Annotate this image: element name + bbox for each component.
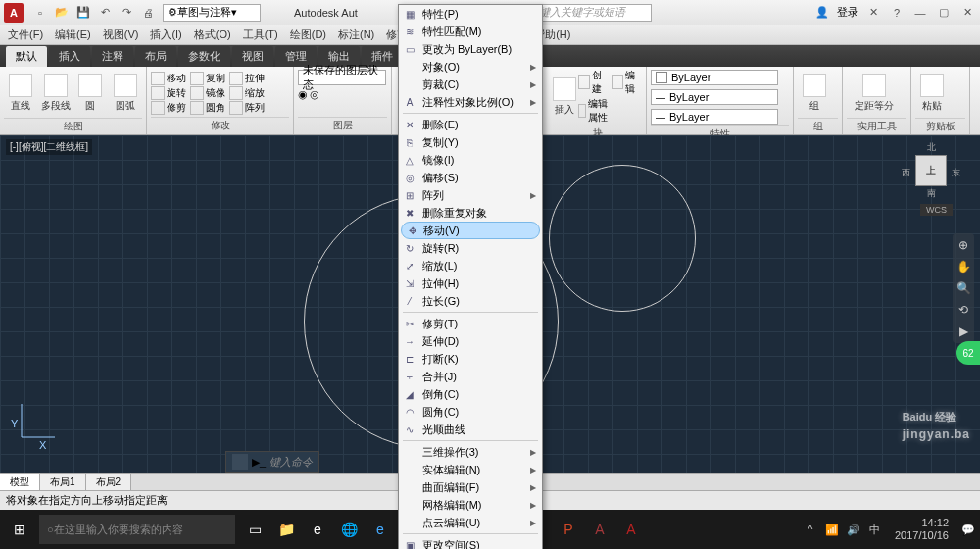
context-menu-item[interactable]: ◎偏移(S) <box>399 169 542 186</box>
context-menu-item[interactable]: 剪裁(C) <box>399 75 542 93</box>
context-menu-item[interactable]: A注释性对象比例(O) <box>399 93 542 111</box>
layer-icon[interactable]: ◉ <box>298 88 308 101</box>
tray-up-icon[interactable]: ^ <box>803 522 818 537</box>
layout-tab[interactable]: 模型 <box>0 474 40 491</box>
context-menu-item[interactable]: ⤢缩放(L) <box>399 257 542 274</box>
context-menu-item[interactable]: ⫟合并(J) <box>399 368 542 385</box>
context-menu-item[interactable]: ≋特性匹配(M) <box>399 23 542 40</box>
modify-tool[interactable]: 圆角 <box>190 101 225 115</box>
context-menu-item[interactable]: ▦特性(P) <box>399 5 542 23</box>
context-menu-item[interactable]: 网格编辑(M) <box>399 496 542 514</box>
ribbon-tab[interactable]: 布局 <box>135 46 176 67</box>
paste-button[interactable]: 粘贴 <box>915 69 949 118</box>
context-menu-item[interactable]: 点云编辑(U) <box>399 514 542 531</box>
ribbon-tab[interactable]: 视图 <box>232 46 273 67</box>
task-view-icon[interactable]: ▭ <box>239 515 270 544</box>
tray-vol-icon[interactable]: 🔊 <box>846 522 861 537</box>
layer-state-dropdown[interactable]: 未保存的图层状态 <box>298 70 386 85</box>
draw-tool-button[interactable]: 圆 <box>74 69 108 118</box>
app-edge2-icon[interactable]: e <box>365 515 396 544</box>
context-menu-item[interactable]: ∿光顺曲线 <box>399 421 542 438</box>
user-icon[interactable]: 👤 <box>813 4 831 22</box>
app-logo[interactable]: A <box>4 3 24 23</box>
menu-item[interactable]: 插入(I) <box>150 27 181 42</box>
block-tool[interactable]: 编辑属性 <box>578 97 609 125</box>
context-menu-item[interactable]: →延伸(D) <box>399 332 542 350</box>
lineweight-dropdown[interactable]: — ByLayer <box>651 89 778 105</box>
tray-ime-icon[interactable]: 中 <box>867 522 883 537</box>
context-menu-item[interactable]: ⊏打断(K) <box>399 350 542 368</box>
app-folder-icon[interactable]: 📁 <box>270 515 302 544</box>
app-ppt-icon[interactable]: P <box>553 515 584 544</box>
modify-tool[interactable]: 拉伸 <box>229 72 265 85</box>
context-menu-item[interactable]: ↻旋转(R) <box>399 239 542 257</box>
draw-tool-button[interactable]: 直线 <box>4 69 37 118</box>
context-menu-item[interactable]: 三维操作(3) <box>399 443 542 461</box>
modify-tool[interactable]: 阵列 <box>229 101 265 115</box>
new-icon[interactable]: ▫ <box>29 3 51 23</box>
modify-tool[interactable]: 移动 <box>151 72 186 85</box>
context-menu-item[interactable]: ◠圆角(C) <box>399 403 542 421</box>
viewport-label[interactable]: [-][俯视][二维线框] <box>6 139 92 155</box>
circle-small[interactable] <box>549 165 696 312</box>
draw-tool-button[interactable]: 圆弧 <box>109 69 142 118</box>
start-button[interactable]: ⊞ <box>4 515 35 544</box>
context-menu-item[interactable]: ▭更改为 ByLayer(B) <box>399 40 542 58</box>
close-icon[interactable]: ✕ <box>958 4 976 22</box>
workspace-dropdown[interactable]: ⚙ 草图与注释 ▾ <box>163 4 261 22</box>
block-tool[interactable]: 编辑 <box>612 69 643 96</box>
print-icon[interactable]: 🖨 <box>137 3 159 23</box>
menu-item[interactable]: 文件(F) <box>8 27 43 42</box>
minimize-icon[interactable]: — <box>911 4 929 22</box>
exchange-icon[interactable]: ✕ <box>864 4 882 22</box>
app-edge-icon[interactable]: e <box>302 515 333 544</box>
menu-item[interactable]: 格式(O) <box>194 27 231 42</box>
context-menu-item[interactable]: ⇲拉伸(H) <box>399 274 542 292</box>
context-menu-item[interactable]: ⎘复制(Y) <box>399 133 542 151</box>
context-menu-item[interactable]: ✥移动(V) <box>401 222 540 239</box>
orbit-icon[interactable]: ⟲ <box>956 302 971 318</box>
login-link[interactable]: 登录 <box>837 5 858 20</box>
wcs-label[interactable]: WCS <box>920 204 953 216</box>
context-menu-item[interactable]: ◢倒角(C) <box>399 385 542 403</box>
block-tool[interactable]: 创建 <box>578 69 609 96</box>
redo-icon[interactable]: ↷ <box>116 3 137 23</box>
context-menu-item[interactable]: 曲面编辑(F) <box>399 478 542 496</box>
cmd-history-icon[interactable] <box>232 454 248 470</box>
ribbon-tab[interactable]: 插入 <box>49 46 90 67</box>
menu-item[interactable]: 工具(T) <box>243 27 278 42</box>
fullnav-icon[interactable]: ⊕ <box>956 237 971 253</box>
modify-tool[interactable]: 缩放 <box>229 86 265 100</box>
ribbon-tab[interactable]: 参数化 <box>178 46 230 67</box>
linetype-dropdown[interactable]: — ByLayer <box>651 109 778 125</box>
menu-item[interactable]: 编辑(E) <box>55 27 91 42</box>
modify-tool[interactable]: 复制 <box>190 72 225 85</box>
context-menu-item[interactable]: 对象(O) <box>399 58 542 75</box>
modify-tool[interactable]: 旋转 <box>151 86 186 100</box>
layout-tab[interactable]: 布局2 <box>86 474 132 491</box>
context-menu-item[interactable]: ∕拉长(G) <box>399 292 542 310</box>
taskbar-clock[interactable]: 14:122017/10/16 <box>889 517 955 542</box>
context-menu-item[interactable]: ✖删除重复对象 <box>399 204 542 222</box>
context-menu-item[interactable]: ⊞阵列 <box>399 186 542 204</box>
zoom-icon[interactable]: 🔍 <box>956 280 971 296</box>
layout-tab[interactable]: 布局1 <box>40 474 86 491</box>
context-menu-item[interactable]: ✂修剪(T) <box>399 315 542 332</box>
menu-item[interactable]: 视图(V) <box>103 27 139 42</box>
action-center-icon[interactable]: 💬 <box>960 522 976 537</box>
layer-icon2[interactable]: ◎ <box>310 88 319 101</box>
percent-badge[interactable]: 62 <box>956 341 980 365</box>
color-dropdown[interactable]: ByLayer <box>651 70 778 85</box>
menu-item[interactable]: 绘图(D) <box>290 27 326 42</box>
ribbon-tab[interactable]: 注释 <box>92 46 133 67</box>
measure-button[interactable]: 定距等分 <box>847 69 902 118</box>
insert-block-button[interactable]: 插入 <box>553 73 576 122</box>
app-access-icon[interactable]: A <box>584 515 615 544</box>
group-button[interactable]: 组 <box>798 69 831 118</box>
open-icon[interactable]: 📂 <box>51 3 73 23</box>
ribbon-tab[interactable]: 默认 <box>6 46 47 67</box>
context-menu-item[interactable]: ▣更改空间(S) <box>399 536 542 549</box>
modify-tool[interactable]: 修剪 <box>151 101 186 115</box>
modify-tool[interactable]: 镜像 <box>190 86 225 100</box>
app-browser-icon[interactable]: 🌐 <box>333 515 365 544</box>
